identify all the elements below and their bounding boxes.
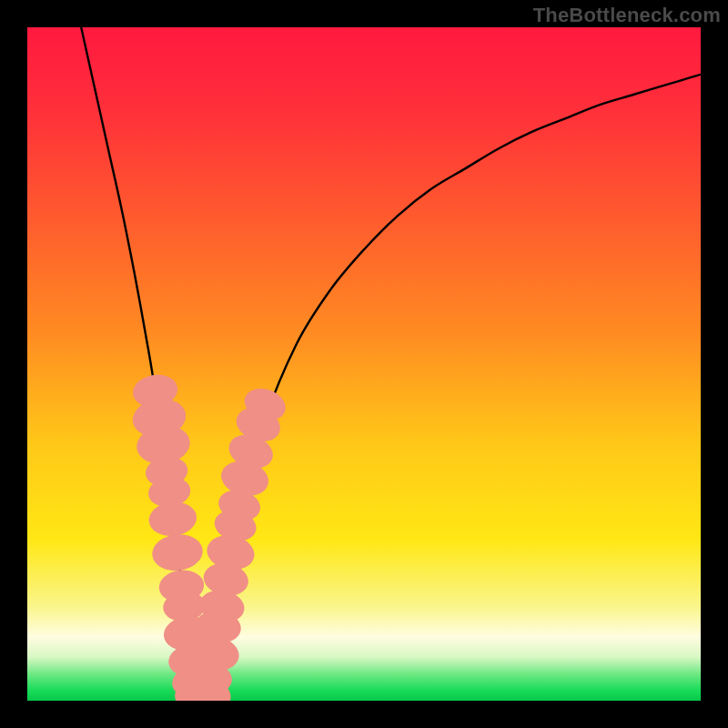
plot-area [27, 27, 701, 701]
gradient-background [27, 27, 701, 701]
watermark-text: TheBottleneck.com [533, 4, 721, 27]
chart-svg [27, 27, 701, 701]
outer-frame: TheBottleneck.com [0, 0, 728, 728]
